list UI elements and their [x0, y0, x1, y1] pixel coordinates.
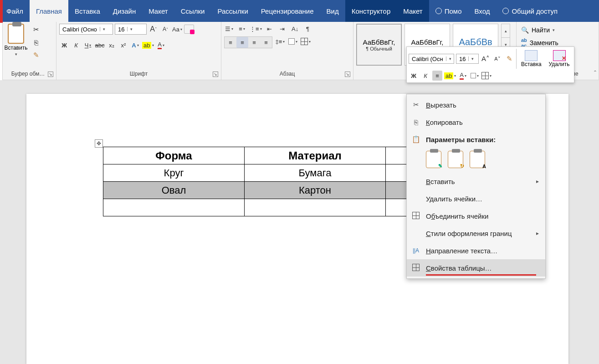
clipboard-launcher[interactable]: ↘ — [48, 72, 53, 77]
table-cell[interactable]: Овал — [103, 182, 245, 199]
style-normal[interactable]: АаБбВвГг, ¶ Обычный — [356, 24, 402, 66]
scissors-icon — [411, 101, 420, 109]
mini-format-painter[interactable] — [504, 54, 514, 64]
ctx-merge-cells[interactable]: Объединить ячейки — [407, 207, 545, 225]
mini-insert-button[interactable]: Вставка — [518, 50, 544, 67]
bulb-icon — [435, 8, 442, 14]
mini-font-combo[interactable]: Calibri (Осн▾ — [409, 54, 454, 64]
tab-view[interactable]: Вид — [320, 0, 345, 22]
mini-bold[interactable]: Ж — [409, 71, 419, 81]
mini-align-center[interactable]: ≡ — [432, 71, 442, 81]
tab-table-layout[interactable]: Макет — [397, 0, 429, 22]
mini-shading[interactable] — [470, 71, 480, 81]
ctx-text-direction[interactable]: ||A Направление текста… — [407, 242, 545, 259]
font-name-combo[interactable]: Calibri (Осно▾ — [59, 24, 113, 35]
table-delete-icon — [553, 50, 566, 61]
increase-indent-button[interactable]: ⇥ — [277, 24, 287, 34]
change-case-button[interactable]: Aa — [172, 24, 182, 34]
tab-layout[interactable]: Макет — [142, 0, 174, 22]
cut-button[interactable] — [31, 25, 41, 35]
tab-home[interactable]: Главная — [30, 0, 68, 22]
bold-button[interactable]: Ж — [59, 40, 69, 50]
tab-mailings[interactable]: Рассылки — [211, 0, 254, 22]
ctx-delete-cells[interactable]: Удалить ячейки… — [407, 190, 545, 207]
tab-review[interactable]: Рецензирование — [255, 0, 320, 22]
shading-button[interactable] — [288, 36, 298, 46]
clipboard-icon: 📋 — [411, 135, 420, 144]
paste-keep-formatting[interactable]: ✎ — [426, 151, 441, 168]
table-cell[interactable]: Картон — [245, 182, 386, 199]
mini-shrink-font[interactable]: A˅ — [492, 54, 502, 64]
mini-font-color[interactable]: A — [458, 71, 468, 81]
align-left-button[interactable]: ≡ — [225, 37, 236, 48]
subscript-button[interactable]: x₂ — [107, 40, 117, 50]
mini-grow-font[interactable]: A˄ — [481, 54, 491, 64]
shrink-font-button[interactable]: A˅ — [160, 24, 170, 34]
table-header[interactable]: Форма — [103, 147, 245, 164]
sort-button[interactable]: А↓ — [290, 24, 300, 34]
tab-file[interactable]: Файл — [0, 0, 30, 22]
tab-insert[interactable]: Вставка — [68, 0, 107, 22]
ctx-insert[interactable]: Вставить ▸ — [407, 173, 545, 190]
chevron-right-icon: ▸ — [536, 178, 539, 185]
mini-borders[interactable] — [481, 71, 491, 81]
superscript-button[interactable]: x² — [118, 40, 128, 50]
table-insert-icon — [525, 50, 538, 61]
find-button[interactable]: 🔍Найти▾ — [521, 26, 594, 34]
align-right-button[interactable]: ≡ — [248, 37, 260, 48]
table-cell[interactable] — [103, 199, 245, 216]
align-center-button[interactable]: ≡ — [236, 37, 248, 48]
align-justify-button[interactable]: ≡ — [260, 37, 272, 48]
font-launcher[interactable]: ↘ — [213, 72, 218, 77]
chevron-right-icon: ▸ — [536, 230, 539, 236]
ctx-paste-options-header: 📋 Параметры вставки: — [407, 131, 545, 148]
format-painter-button[interactable] — [31, 50, 41, 60]
copy-button[interactable] — [31, 37, 41, 47]
share-button[interactable]: Общий доступ — [496, 0, 564, 22]
grow-font-button[interactable]: A˄ — [148, 24, 159, 34]
ctx-cut-label: ырезать — [430, 101, 456, 109]
mini-highlight[interactable]: ab — [444, 71, 456, 81]
font-color-button[interactable]: A — [156, 40, 166, 50]
ctx-cut[interactable]: Вырезать — [407, 96, 545, 113]
table-header[interactable]: Материал — [245, 147, 386, 164]
paragraph-launcher[interactable]: ↘ — [345, 72, 350, 77]
signin-link[interactable]: Вход — [468, 0, 497, 22]
paste-text-only[interactable]: A — [470, 151, 485, 168]
line-spacing-button[interactable]: ‡≡ — [275, 36, 285, 46]
italic-button[interactable]: К — [71, 40, 81, 50]
table-cell[interactable] — [245, 199, 386, 216]
paintbrush-icon: ✎ — [438, 163, 442, 169]
borders-icon — [301, 38, 308, 45]
bullets-button[interactable]: ☰ — [224, 24, 234, 34]
mini-delete-button[interactable]: Удалить — [546, 50, 573, 67]
tell-me[interactable]: Помо — [429, 0, 468, 22]
multilevel-button[interactable]: ⋮≡ — [250, 24, 262, 34]
underline-button[interactable]: Ч — [83, 40, 93, 50]
show-marks-button[interactable]: ¶ — [303, 24, 313, 34]
mini-italic[interactable]: К — [420, 71, 430, 81]
borders-button[interactable] — [301, 36, 311, 46]
decrease-indent-button[interactable]: ⇤ — [265, 24, 275, 34]
numbering-button[interactable]: ≡ — [237, 24, 247, 34]
table-cell[interactable]: Бумага — [245, 164, 386, 182]
ctx-copy[interactable]: Копировать — [407, 113, 545, 131]
mini-size-combo[interactable]: 16▾ — [456, 54, 479, 64]
ctx-table-properties[interactable]: Свойства таблицы… — [407, 259, 545, 277]
font-size-combo[interactable]: 16▾ — [115, 24, 147, 35]
tab-design[interactable]: Дизайн — [107, 0, 142, 22]
highlight-button[interactable]: ab — [142, 40, 154, 50]
table-move-handle[interactable]: ✥ — [95, 139, 103, 148]
ctx-border-styles[interactable]: Стили оформления границ ▸ — [407, 225, 545, 242]
tab-table-design[interactable]: Конструктор — [345, 0, 397, 22]
text-direction-icon: ||A — [411, 247, 420, 254]
tab-references[interactable]: Ссылки — [174, 0, 211, 22]
document-table[interactable]: Форма Материал Круг Бумага Овал Картон — [103, 147, 450, 216]
clear-formatting-button[interactable] — [184, 25, 194, 34]
table-cell[interactable]: Круг — [103, 164, 245, 182]
paste-button[interactable]: Вставить ▾ — [3, 24, 29, 56]
collapse-ribbon-button[interactable]: ˆ — [594, 70, 596, 77]
text-effects-button[interactable]: A — [130, 40, 140, 50]
paste-merge-formatting[interactable]: ↻ — [448, 151, 463, 168]
strikethrough-button[interactable]: abc — [95, 40, 105, 50]
